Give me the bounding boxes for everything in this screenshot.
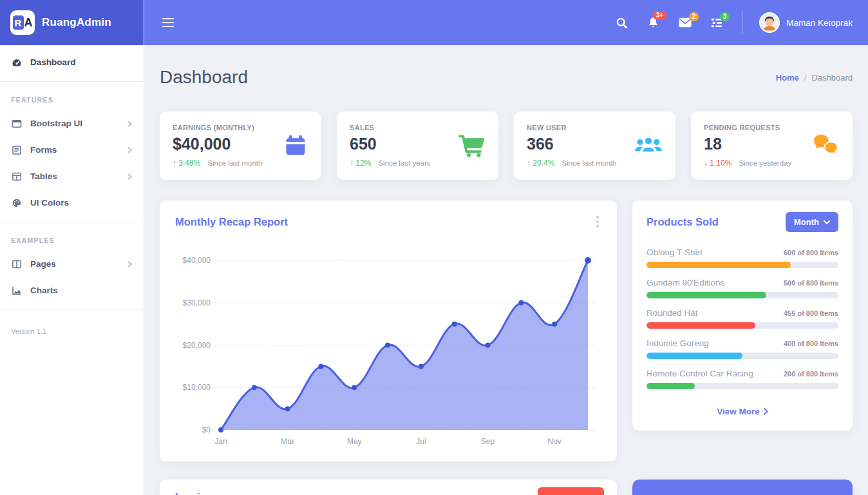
messages-button[interactable]: 2: [679, 17, 692, 28]
products-card-title: Products Sold: [646, 216, 719, 228]
product-name: Oblong T-Shirt: [646, 248, 703, 257]
avatar: [759, 12, 780, 33]
breadcrumb: Home / Dashboard: [776, 73, 853, 82]
product-item: Gundam 90'Editions 500 of 800 Items: [646, 278, 838, 298]
calendar-icon: [283, 133, 308, 159]
product-item: Oblong T-Shirt 600 of 800 Items: [646, 248, 838, 268]
create-new-button[interactable]: Create New: [538, 487, 604, 495]
month-filter-button[interactable]: Month: [786, 212, 838, 232]
area-chart-icon: [11, 286, 23, 296]
product-item: Remote Control Car Racing 200 of 800 Ite…: [646, 369, 838, 389]
breadcrumb-current: Dashboard: [811, 73, 853, 82]
svg-text:May: May: [347, 437, 362, 446]
sidebar-item-forms[interactable]: Forms: [0, 137, 144, 163]
stat-value: $40,000: [173, 135, 262, 153]
sidebar: R A RuangAdmin Dashboard FEATURES Bootst…: [0, 0, 144, 495]
sidebar-item-tables[interactable]: Tables: [0, 163, 144, 189]
svg-text:Sep: Sep: [481, 437, 495, 446]
progress-fill: [646, 262, 791, 268]
stat-trend: ↓ 1.10% Since yesterday: [704, 159, 791, 168]
search-icon: [616, 17, 628, 29]
progress-track: [646, 292, 838, 298]
svg-text:Jan: Jan: [214, 437, 227, 446]
stat-cards-row: EARNINGS (MONTHLY) $40,000 ↑ 3.48% Since…: [160, 112, 853, 180]
products-sold-card: Products Sold Month Oblong T-Shirt: [632, 200, 853, 431]
breadcrumb-home-link[interactable]: Home: [776, 73, 799, 82]
chevron-right-icon: [127, 147, 133, 153]
message-badge: 2: [689, 12, 699, 21]
monthly-recap-card: Monthly Recap Report $0$10,000$20,000$30…: [160, 200, 617, 461]
stat-value: 18: [704, 135, 791, 153]
main-column: 3+ 2 3 Maman Ketoprak: [144, 0, 868, 495]
sidebar-item-label: Charts: [30, 286, 58, 295]
stat-note: Since last month: [207, 159, 262, 167]
svg-text:$0: $0: [202, 425, 211, 434]
view-more-link[interactable]: View More: [646, 407, 838, 416]
stat-label: PENDING REQUESTS: [704, 124, 791, 131]
product-count: 400 of 800 Items: [784, 340, 838, 347]
product-item: Rounded Hat 455 of 800 Items: [646, 308, 838, 329]
svg-text:Nov: Nov: [548, 437, 561, 446]
monthly-recap-chart: $0$10,000$20,000$30,000$40,000JanMarMayJ…: [175, 239, 601, 452]
stat-card-earnings: EARNINGS (MONTHLY) $40,000 ↑ 3.48% Since…: [160, 112, 321, 180]
notifications-button[interactable]: 3+: [647, 16, 659, 29]
page-header: Dashboard Home / Dashboard: [160, 67, 853, 88]
stat-note: Since last month: [561, 159, 616, 167]
month-filter-label: Month: [794, 217, 819, 227]
kebab-menu-icon[interactable]: [594, 213, 601, 230]
stat-note: Since last years: [378, 159, 430, 167]
product-count: 455 of 800 Items: [784, 309, 838, 317]
user-menu[interactable]: Maman Ketoprak: [759, 12, 853, 33]
notification-badge: 3+: [653, 11, 666, 20]
sidebar-heading-features: FEATURES: [0, 88, 144, 110]
progress-track: [646, 322, 838, 329]
progress-fill: [646, 383, 695, 389]
task-badge: 3: [720, 12, 730, 21]
sidebar-item-label: Tables: [30, 171, 57, 181]
sidebar-item-bootstrap-ui[interactable]: Bootstrap UI: [0, 110, 144, 137]
sidebar-divider: [0, 81, 144, 82]
stat-trend: ↑ 3.48% Since last month: [173, 159, 262, 168]
form-icon: [11, 145, 23, 155]
sidebar-item-charts[interactable]: Charts: [0, 277, 144, 304]
sidebar-item-label: Pages: [30, 259, 56, 269]
chevron-down-icon: [824, 220, 830, 224]
recap-card-title: Monthly Recap Report: [175, 216, 288, 228]
palette-icon: [11, 198, 23, 208]
product-name: Gundam 90'Editions: [646, 278, 724, 287]
svg-text:Jul: Jul: [416, 437, 426, 446]
sidebar-item-ui-colors[interactable]: UI Colors: [0, 189, 144, 216]
chevron-right-icon: [127, 261, 133, 267]
product-count: 200 of 800 Items: [784, 370, 838, 378]
sidebar-item-label: Forms: [30, 145, 57, 155]
svg-text:Mar: Mar: [281, 437, 294, 446]
product-count: 600 of 800 Items: [784, 249, 838, 257]
stat-value: 366: [527, 135, 616, 153]
progress-track: [646, 383, 838, 389]
product-name: Rounded Hat: [646, 308, 698, 318]
users-icon: [634, 135, 663, 157]
stat-label: NEW USER: [527, 124, 616, 131]
columns-icon: [11, 259, 23, 269]
tasks-button[interactable]: 3: [711, 17, 722, 28]
search-button[interactable]: [616, 17, 628, 29]
chevron-right-icon: [764, 408, 768, 415]
product-name: Remote Control Car Racing: [646, 369, 753, 378]
sidebar-menu: Dashboard FEATURES Bootstrap UI Forms: [0, 45, 144, 347]
svg-text:$40,000: $40,000: [183, 256, 211, 265]
view-more-label: View More: [717, 407, 760, 416]
brand-name: RuangAdmin: [42, 16, 111, 29]
sidebar-divider: [0, 222, 144, 222]
hamburger-menu-icon[interactable]: [160, 15, 176, 30]
progress-fill: [646, 353, 742, 359]
stat-label: EARNINGS (MONTHLY): [173, 124, 262, 131]
product-name: Indomie Goreng: [646, 338, 709, 348]
sidebar-item-dashboard[interactable]: Dashboard: [0, 49, 144, 75]
brand[interactable]: R A RuangAdmin: [0, 0, 144, 45]
sidebar-heading-examples: EXAMPLES: [0, 228, 144, 251]
progress-fill: [646, 292, 766, 298]
sidebar-item-label: UI Colors: [30, 198, 69, 208]
page-title: Dashboard: [160, 67, 248, 88]
sidebar-item-pages[interactable]: Pages: [0, 251, 144, 277]
product-item: Indomie Goreng 400 of 800 Items: [646, 338, 838, 359]
